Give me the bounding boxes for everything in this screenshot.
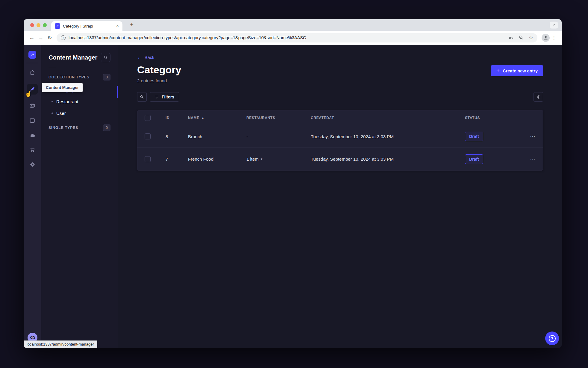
row-actions-icon[interactable]: ⋯: [513, 156, 536, 162]
browser-profile-avatar[interactable]: [542, 34, 550, 42]
back-link[interactable]: ← Back: [137, 55, 154, 60]
media-library-icon[interactable]: [29, 103, 36, 109]
tab-strip: Category | Strapi × +: [24, 19, 562, 31]
subnav-divider: [49, 67, 56, 67]
select-all-checkbox[interactable]: [145, 115, 151, 121]
tab-title: Category | Strapi: [63, 24, 113, 28]
table-row[interactable]: 7 French Food 1 item ▾ Tuesday, Septembe…: [137, 148, 543, 170]
content-type-builder-icon[interactable]: [29, 117, 36, 124]
subnav-item-label: User: [56, 111, 66, 116]
cell-restaurants[interactable]: 1 item ▾: [246, 156, 311, 162]
bullet-icon: [51, 101, 53, 102]
url-text: localhost:1337/admin/content-manager/col…: [69, 35, 306, 40]
back-icon[interactable]: ←: [27, 33, 36, 42]
sort-asc-icon: ▲: [201, 116, 204, 119]
page-title: Category: [137, 65, 181, 75]
subnav-item-restaurant[interactable]: Restaurant: [49, 96, 110, 107]
row-checkbox[interactable]: [145, 133, 151, 139]
column-header-createdat[interactable]: CREATEDAT: [311, 116, 465, 120]
filter-funnel-icon: [154, 95, 159, 99]
address-bar[interactable]: i localhost:1337/admin/content-manager/c…: [57, 33, 537, 42]
table-row[interactable]: 8 Brunch - Tuesday, September 10, 2024 a…: [137, 125, 543, 148]
column-header-name[interactable]: NAME ▲: [188, 116, 246, 120]
browser-status-bar: localhost:1337/admin/content-manager: [24, 340, 97, 348]
bookmark-star-icon[interactable]: ☆: [529, 35, 533, 40]
content-manager-icon[interactable]: ☝: [27, 84, 38, 95]
strapi-logo[interactable]: [28, 51, 36, 59]
filters-button[interactable]: Filters: [150, 92, 179, 102]
cell-createdat: Tuesday, September 10, 2024 at 3:03 PM: [311, 156, 465, 162]
bullet-icon: [51, 112, 53, 114]
cell-id: 7: [166, 156, 188, 162]
minimize-window-button[interactable]: [37, 23, 40, 27]
table-header-row: ID NAME ▲ RESTAURANTS CREATEDAT STATUS: [137, 110, 543, 125]
active-item-indicator: [117, 86, 118, 98]
forward-icon: →: [36, 33, 45, 42]
rail-divider: [26, 63, 38, 63]
chevron-down-icon: ▾: [261, 157, 263, 161]
tab-close-icon[interactable]: ×: [116, 24, 119, 28]
browser-toolbar: ← → ↻ i localhost:1337/admin/content-man…: [24, 31, 562, 45]
back-label: Back: [145, 55, 154, 60]
cell-createdat: Tuesday, September 10, 2024 at 3:03 PM: [311, 134, 465, 139]
omnibox-actions: ☆: [508, 35, 533, 41]
main-content: ← Back Category 2 entries found + Create…: [118, 45, 562, 348]
cloud-icon[interactable]: [29, 132, 36, 139]
create-new-entry-button[interactable]: + Create new entry: [491, 65, 543, 76]
entries-count: 2 entries found: [137, 78, 181, 83]
cell-id: 8: [166, 134, 188, 139]
content-manager-subnav: Content Manager COLLECTION TYPES 3 Categ…: [41, 45, 118, 348]
home-icon[interactable]: [29, 69, 36, 76]
plus-icon: +: [496, 68, 500, 74]
tab-list-chevron-button[interactable]: [550, 22, 558, 28]
browser-menu-icon[interactable]: ⋮: [550, 35, 558, 41]
subnav-item-label: Restaurant: [56, 99, 78, 104]
cell-name: Brunch: [188, 134, 246, 139]
strapi-favicon: [55, 23, 60, 29]
collection-types-label: COLLECTION TYPES: [49, 75, 90, 79]
maximize-window-button[interactable]: [43, 23, 47, 27]
status-badge: Draft: [465, 154, 483, 164]
row-actions-icon[interactable]: ⋯: [513, 133, 536, 140]
question-mark-icon: ?: [549, 335, 556, 342]
collection-types-count: 3: [103, 74, 110, 80]
column-header-id[interactable]: ID: [166, 116, 188, 120]
create-button-label: Create new entry: [503, 69, 538, 73]
subnav-item-user[interactable]: User: [49, 107, 110, 119]
table-settings-button[interactable]: [534, 92, 543, 102]
content-manager-tooltip: Content Manager: [42, 83, 83, 92]
filters-label: Filters: [162, 95, 174, 99]
search-button[interactable]: [137, 92, 147, 102]
settings-gear-icon[interactable]: [29, 161, 36, 168]
strapi-app: ☝ KD: [24, 45, 562, 348]
traffic-lights: [30, 23, 47, 27]
single-types-count: 0: [103, 124, 110, 131]
mouse-cursor: ☝: [25, 90, 32, 97]
row-checkbox[interactable]: [145, 156, 151, 162]
status-badge: Draft: [465, 132, 483, 141]
entries-table: ID NAME ▲ RESTAURANTS CREATEDAT STATUS 8…: [137, 110, 543, 171]
new-tab-button[interactable]: +: [128, 21, 136, 29]
main-nav-rail: ☝ KD: [24, 45, 41, 348]
help-button[interactable]: ?: [545, 331, 559, 345]
marketplace-cart-icon[interactable]: [29, 147, 36, 153]
subnav-title: Content Manager: [49, 54, 97, 61]
cell-restaurants: -: [246, 134, 311, 139]
browser-tab[interactable]: Category | Strapi ×: [51, 21, 122, 31]
password-key-icon[interactable]: [508, 35, 514, 41]
site-info-icon[interactable]: i: [61, 35, 66, 40]
cell-name: French Food: [188, 156, 246, 162]
reload-icon[interactable]: ↻: [45, 33, 54, 42]
subnav-search-button[interactable]: [101, 53, 110, 62]
back-arrow-icon: ←: [137, 55, 142, 60]
column-header-status[interactable]: STATUS: [465, 116, 513, 120]
single-types-label: SINGLE TYPES: [49, 126, 78, 130]
browser-window: Category | Strapi × + ← → ↻ i localhost:…: [24, 19, 562, 348]
column-header-restaurants[interactable]: RESTAURANTS: [246, 116, 311, 120]
zoom-page-icon[interactable]: [519, 35, 524, 40]
close-window-button[interactable]: [30, 23, 34, 27]
